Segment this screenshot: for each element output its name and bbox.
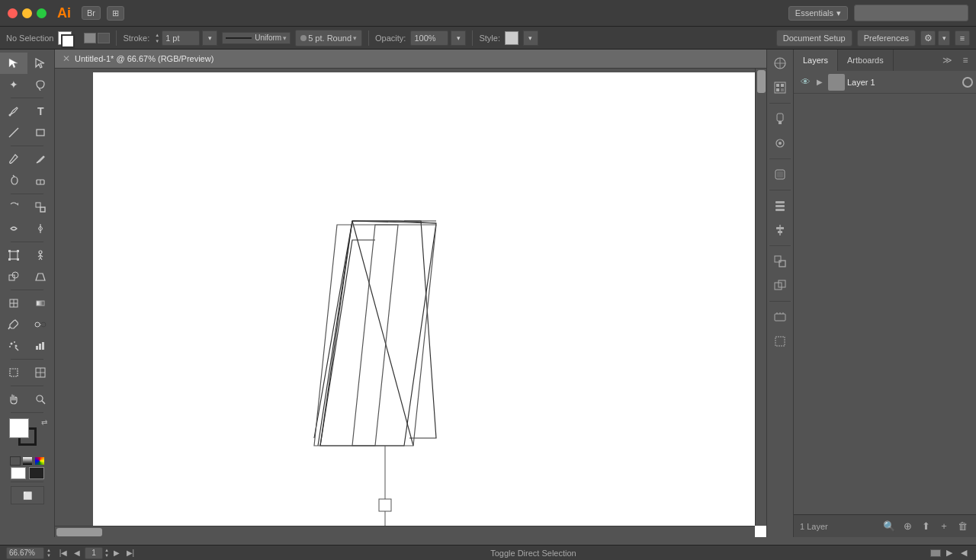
arrange-icon[interactable]: ≡ — [955, 30, 970, 46]
eyedropper-tool[interactable] — [0, 314, 27, 335]
first-page-button[interactable]: |◀ — [57, 547, 69, 559]
bridge-button[interactable]: Br — [82, 6, 101, 20]
style-swatch[interactable] — [505, 31, 518, 45]
color-guide-button[interactable] — [769, 53, 791, 74]
magic-wand-tool[interactable]: ✦ — [0, 74, 27, 95]
canvas-content[interactable] — [55, 69, 766, 537]
minimize-button[interactable] — [22, 8, 32, 18]
shape-builder-tool[interactable] — [0, 266, 27, 287]
pen-tool[interactable] — [0, 101, 27, 122]
opacity-dropdown[interactable]: ▾ — [451, 30, 466, 46]
layer-1-row[interactable]: 👁 ▶ Layer 1 — [794, 71, 976, 94]
change-screen-mode-button[interactable]: ⬜ — [11, 486, 44, 504]
page-number-input[interactable] — [85, 547, 103, 559]
fill-color-indicator[interactable] — [9, 418, 29, 438]
artboard[interactable] — [93, 72, 766, 537]
graphic-styles-button[interactable] — [769, 164, 791, 185]
artboard-panel-button[interactable] — [769, 331, 791, 352]
stroke-dropdown[interactable]: ▾ — [202, 30, 217, 46]
layer-1-target[interactable] — [962, 77, 973, 88]
search-input[interactable] — [854, 5, 968, 21]
swap-fill-stroke-icon[interactable] — [29, 467, 44, 479]
direct-selection-tool[interactable] — [27, 53, 55, 74]
round-caps-selector[interactable]: 5 pt. Round ▾ — [295, 30, 362, 46]
symbol-sprayer-tool[interactable] — [0, 335, 27, 357]
opacity-input[interactable] — [410, 30, 448, 46]
warp-tool[interactable] — [0, 218, 27, 239]
gradient-color-mode[interactable] — [22, 456, 33, 466]
layer-1-expand[interactable]: ▶ — [814, 78, 826, 86]
stroke-weight-input[interactable] — [162, 30, 200, 46]
pattern-color-mode[interactable] — [34, 456, 45, 466]
blob-brush-tool[interactable] — [0, 170, 27, 191]
perspective-tool[interactable] — [27, 266, 55, 287]
tab-close-button[interactable]: ✕ — [63, 53, 70, 64]
layers-tab[interactable]: Layers — [794, 50, 838, 71]
swatches-button[interactable] — [769, 77, 791, 98]
stroke-style-preview[interactable]: Uniform ▾ — [222, 32, 291, 44]
horizontal-scrollbar[interactable] — [55, 526, 755, 537]
last-page-button[interactable]: ▶| — [124, 547, 136, 559]
hand-tool[interactable] — [0, 389, 27, 410]
workspace-chevron[interactable]: ▾ — [938, 30, 950, 46]
column-graph-tool[interactable] — [27, 335, 55, 357]
vscroll-thumb[interactable] — [757, 70, 766, 93]
width-tool[interactable] — [27, 218, 55, 239]
delete-layer-button[interactable]: 🗑 — [955, 519, 970, 534]
paintbrush-tool[interactable] — [0, 149, 27, 170]
selection-tool[interactable] — [0, 53, 27, 74]
appearance-button[interactable] — [769, 195, 791, 216]
mesh-tool[interactable] — [0, 293, 27, 314]
stroke-mode-button[interactable] — [98, 33, 110, 43]
locate-object-button[interactable]: 🔍 — [881, 519, 897, 534]
eraser-tool[interactable] — [27, 170, 55, 191]
rotate-tool[interactable] — [0, 197, 27, 218]
default-colors-icon[interactable] — [11, 467, 26, 479]
align-button[interactable] — [769, 219, 791, 241]
pencil-tool[interactable] — [27, 149, 55, 170]
hscroll-thumb[interactable] — [56, 528, 102, 536]
new-sublayer-button[interactable]: ⊕ — [900, 519, 915, 534]
gradient-tool[interactable] — [27, 293, 55, 314]
stroke-spinner[interactable]: ▲▼ — [155, 32, 159, 44]
main-drawing[interactable] — [314, 225, 436, 537]
next-page-button[interactable]: ▶ — [111, 547, 123, 559]
vertical-scrollbar[interactable] — [755, 69, 766, 526]
zoom-spinner[interactable]: ▲ ▼ — [47, 548, 51, 558]
rect-tool[interactable] — [27, 122, 55, 143]
move-selection-button[interactable]: ⬆ — [918, 519, 933, 534]
puppet-warp-tool[interactable] — [27, 245, 55, 266]
line-tool[interactable] — [0, 122, 27, 143]
scale-tool[interactable] — [27, 197, 55, 218]
transform-panel-button[interactable] — [769, 251, 791, 272]
chevron-shape[interactable] — [314, 221, 436, 446]
essentials-button[interactable]: Essentials ▾ — [788, 6, 848, 21]
free-transform-tool[interactable] — [0, 245, 27, 266]
style-dropdown[interactable]: ▾ — [523, 30, 538, 46]
brushes-button[interactable] — [769, 108, 791, 130]
prev-page-button[interactable]: ◀ — [71, 547, 83, 559]
artboard-tool[interactable] — [0, 362, 27, 383]
slice-tool[interactable] — [27, 362, 55, 383]
maximize-button[interactable] — [37, 8, 47, 18]
settings-icon[interactable]: ⚙ — [920, 30, 936, 46]
fill-stroke-indicator[interactable] — [58, 31, 79, 45]
layers-panel-menu-button[interactable]: ≫ — [939, 53, 955, 68]
close-button[interactable] — [8, 8, 18, 18]
layout-button[interactable]: ⊞ — [107, 6, 124, 21]
stroke-color-box[interactable] — [61, 34, 75, 48]
status-play-button[interactable]: ▶ — [943, 547, 955, 559]
pathfinder-button[interactable] — [769, 275, 791, 296]
artboards-tab[interactable]: Artboards — [838, 50, 894, 71]
new-layer-button[interactable]: + — [936, 519, 952, 534]
swap-colors-icon[interactable]: ⇄ — [41, 418, 47, 427]
symbols-button[interactable] — [769, 133, 791, 154]
none-color-mode[interactable] — [10, 456, 21, 466]
blend-tool[interactable] — [27, 314, 55, 335]
document-setup-button[interactable]: Document Setup — [776, 30, 852, 46]
status-pause-button[interactable]: ◀ — [958, 547, 970, 559]
page-spinner[interactable]: ▲ ▼ — [104, 548, 109, 558]
lasso-tool[interactable] — [27, 74, 55, 95]
type-tool[interactable]: T — [27, 101, 55, 122]
zoom-input[interactable] — [6, 547, 44, 559]
